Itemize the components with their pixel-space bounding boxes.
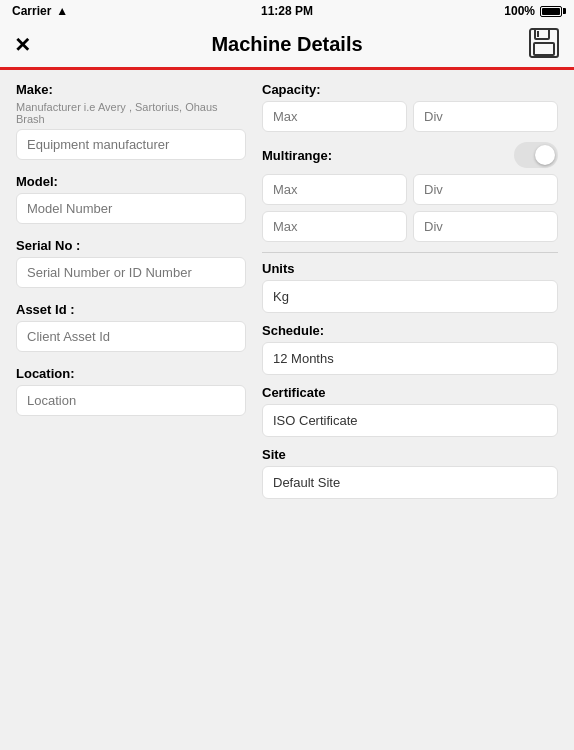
capacity-group: Capacity: <box>262 82 558 132</box>
svg-rect-2 <box>534 43 554 55</box>
location-label: Location: <box>16 366 246 381</box>
asset-label: Asset Id : <box>16 302 246 317</box>
location-input[interactable] <box>16 385 246 416</box>
certificate-group: Certificate ISO Certificate <box>262 385 558 437</box>
schedule-group: Schedule: 12 Months <box>262 323 558 375</box>
multirange-row1-max-input[interactable] <box>262 174 407 205</box>
capacity-div-input[interactable] <box>413 101 558 132</box>
certificate-label: Certificate <box>262 385 558 400</box>
close-button[interactable]: ✕ <box>14 33 31 57</box>
status-left: Carrier ▲ <box>12 4 68 18</box>
units-group: Units Kg <box>262 261 558 313</box>
multirange-row-2 <box>262 211 558 242</box>
make-label: Make: <box>16 82 246 97</box>
header: ✕ Machine Details <box>0 22 574 70</box>
model-group: Model: <box>16 174 246 224</box>
status-bar: Carrier ▲ 11:28 PM 100% <box>0 0 574 22</box>
multirange-row2-max-input[interactable] <box>262 211 407 242</box>
units-label: Units <box>262 261 558 276</box>
right-column: Capacity: Multirange: Units <box>262 82 558 738</box>
floppy-disk-icon <box>528 27 560 59</box>
units-value[interactable]: Kg <box>262 280 558 313</box>
serial-label: Serial No : <box>16 238 246 253</box>
serial-input[interactable] <box>16 257 246 288</box>
site-label: Site <box>262 447 558 462</box>
save-button[interactable] <box>528 27 560 63</box>
page-title: Machine Details <box>211 33 362 56</box>
wifi-icon: ▲ <box>56 4 68 18</box>
make-group: Make: Manufacturer i.e Avery , Sartorius… <box>16 82 246 160</box>
make-hint: Manufacturer i.e Avery , Sartorius, Ohau… <box>16 101 246 125</box>
battery-percent: 100% <box>504 4 535 18</box>
capacity-inputs <box>262 101 558 132</box>
multirange-header: Multirange: <box>262 142 558 168</box>
schedule-label: Schedule: <box>262 323 558 338</box>
site-group: Site Default Site <box>262 447 558 499</box>
make-input[interactable] <box>16 129 246 160</box>
multirange-toggle[interactable] <box>514 142 558 168</box>
capacity-max-input[interactable] <box>262 101 407 132</box>
multirange-row2-div-input[interactable] <box>413 211 558 242</box>
content-area: Make: Manufacturer i.e Avery , Sartorius… <box>0 70 574 750</box>
divider-1 <box>262 252 558 253</box>
status-right: 100% <box>504 4 562 18</box>
svg-rect-3 <box>537 31 539 37</box>
certificate-value[interactable]: ISO Certificate <box>262 404 558 437</box>
site-value[interactable]: Default Site <box>262 466 558 499</box>
multirange-label: Multirange: <box>262 148 332 163</box>
multirange-row1-div-input[interactable] <box>413 174 558 205</box>
serial-group: Serial No : <box>16 238 246 288</box>
schedule-value[interactable]: 12 Months <box>262 342 558 375</box>
location-group: Location: <box>16 366 246 416</box>
asset-group: Asset Id : <box>16 302 246 352</box>
capacity-label: Capacity: <box>262 82 558 97</box>
left-column: Make: Manufacturer i.e Avery , Sartorius… <box>16 82 246 738</box>
carrier-label: Carrier <box>12 4 51 18</box>
battery-icon <box>540 6 562 17</box>
model-input[interactable] <box>16 193 246 224</box>
status-time: 11:28 PM <box>261 4 313 18</box>
multirange-group: Multirange: <box>262 142 558 242</box>
model-label: Model: <box>16 174 246 189</box>
multirange-row-1 <box>262 174 558 205</box>
asset-input[interactable] <box>16 321 246 352</box>
